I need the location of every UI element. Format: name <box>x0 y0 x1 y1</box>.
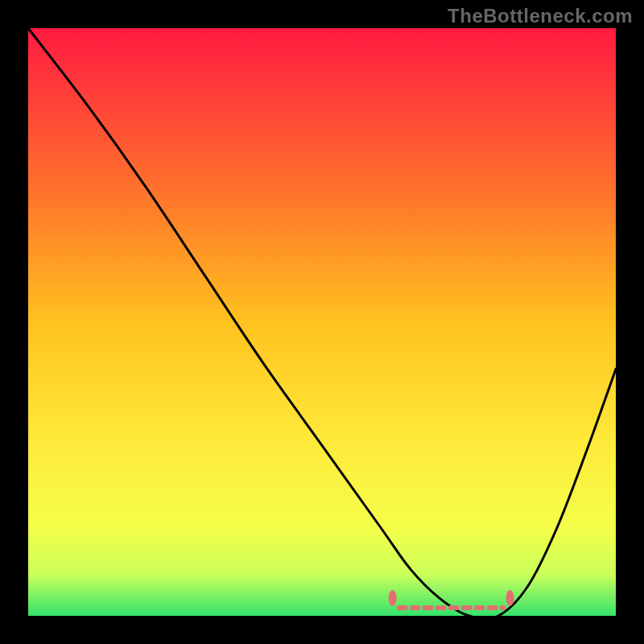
chart-svg <box>0 0 644 644</box>
plot-background <box>28 28 616 616</box>
optimal-marker-left <box>389 590 397 606</box>
watermark-text: TheBottleneck.com <box>448 5 633 27</box>
optimal-marker-right <box>506 590 514 606</box>
bottleneck-chart: TheBottleneck.com <box>0 0 644 644</box>
